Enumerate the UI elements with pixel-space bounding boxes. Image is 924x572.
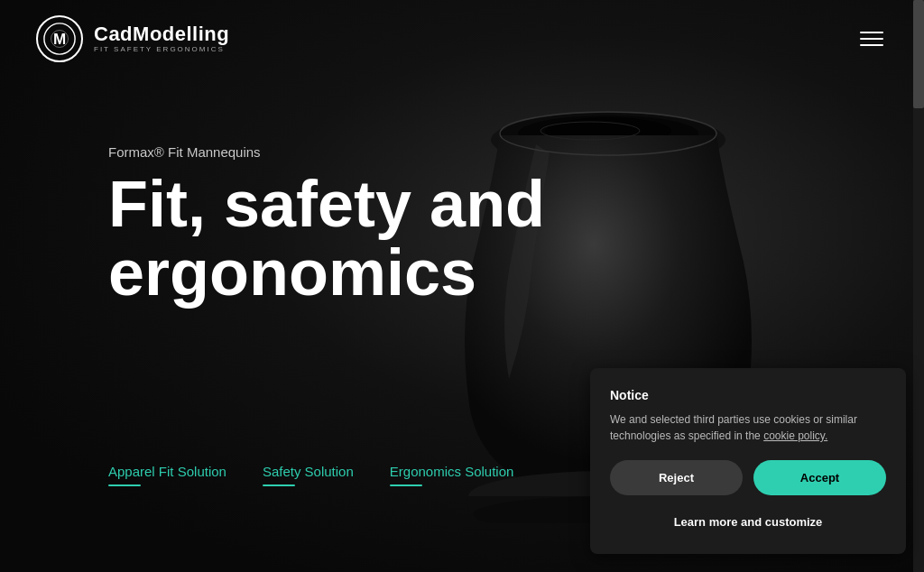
- solution-apparel-fit-label: Apparel Fit Solution: [108, 464, 226, 479]
- notice-body: We and selected third parties use cookie…: [610, 411, 886, 444]
- solution-safety-underline: [263, 484, 295, 486]
- hero-title-line1: Fit, safety and: [108, 168, 545, 240]
- notice-buttons: Reject Accept: [610, 460, 886, 495]
- scrollbar[interactable]: [913, 0, 924, 572]
- solution-apparel-fit-underline: [108, 484, 141, 486]
- brand-tagline: FIT SAFETY ERGONOMICS: [94, 45, 229, 53]
- hero-subtitle: Formax® Fit Mannequins: [108, 144, 545, 160]
- svg-text:M: M: [53, 30, 66, 47]
- cookie-policy-link[interactable]: cookie policy.: [763, 429, 827, 442]
- solution-ergonomics-label: Ergonomics Solution: [390, 464, 514, 479]
- navbar: M CadModelling FIT SAFETY ERGONOMICS: [0, 0, 924, 77]
- solution-ergonomics[interactable]: Ergonomics Solution: [390, 464, 514, 486]
- solution-ergonomics-underline: [390, 484, 422, 486]
- accept-button[interactable]: Accept: [753, 460, 886, 495]
- logo[interactable]: M CadModelling FIT SAFETY ERGONOMICS: [36, 15, 229, 62]
- learn-more-button[interactable]: Learn more and customize: [610, 506, 886, 538]
- notice-title: Notice: [610, 388, 886, 402]
- solution-safety[interactable]: Safety Solution: [263, 464, 354, 486]
- hero-title: Fit, safety and ergonomics: [108, 171, 545, 307]
- solutions-bar: Apparel Fit Solution Safety Solution Erg…: [108, 464, 513, 486]
- cookie-notice: Notice We and selected third parties use…: [590, 368, 906, 554]
- solution-apparel-fit[interactable]: Apparel Fit Solution: [108, 464, 226, 486]
- scrollbar-thumb[interactable]: [913, 0, 924, 108]
- logo-icon: M: [36, 15, 83, 62]
- reject-button[interactable]: Reject: [610, 460, 743, 495]
- hero-title-line2: ergonomics: [108, 236, 476, 309]
- brand-name: CadModelling: [94, 23, 229, 45]
- solution-safety-label: Safety Solution: [263, 464, 354, 479]
- hamburger-menu[interactable]: [855, 27, 888, 51]
- hero-content: Formax® Fit Mannequins Fit, safety and e…: [108, 144, 545, 307]
